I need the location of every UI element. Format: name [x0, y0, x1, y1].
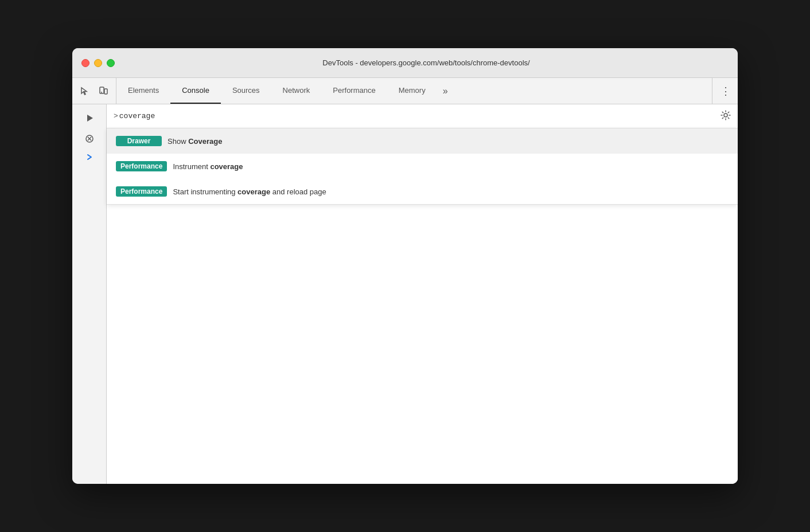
console-settings-button[interactable]	[721, 110, 731, 123]
autocomplete-item-start-instrument-coverage[interactable]: Performance Start instrumenting coverage…	[107, 179, 738, 204]
tab-network[interactable]: Network	[271, 78, 322, 104]
svg-rect-1	[104, 89, 107, 94]
autocomplete-item-show-coverage[interactable]: Drawer Show Coverage	[107, 128, 738, 154]
devtools-window: DevTools - developers.google.com/web/too…	[72, 48, 738, 484]
maximize-button[interactable]	[107, 59, 115, 67]
tab-overflow-button[interactable]: »	[437, 78, 454, 104]
clear-console-button[interactable]	[80, 130, 99, 148]
svg-point-7	[724, 114, 727, 117]
console-input-bar: > coverage	[107, 104, 738, 128]
main-content: > coverage Drawer Show Coverage	[107, 104, 738, 484]
autocomplete-text-2: Instrument coverage	[173, 162, 243, 171]
traffic-lights	[81, 59, 115, 67]
autocomplete-text-1: Show Coverage	[168, 137, 222, 146]
tab-memory[interactable]: Memory	[387, 78, 437, 104]
devtools-body: > coverage Drawer Show Coverage	[72, 104, 738, 484]
tab-performance[interactable]: Performance	[321, 78, 387, 104]
tag-performance-1: Performance	[116, 161, 167, 171]
run-button[interactable]	[80, 109, 99, 127]
console-prompt: >	[114, 112, 118, 120]
title-bar: DevTools - developers.google.com/web/too…	[72, 48, 738, 78]
more-options-button[interactable]: ⋮	[717, 83, 733, 99]
tab-console[interactable]: Console	[170, 78, 221, 104]
svg-marker-3	[87, 115, 93, 122]
devtools-tabs: Elements Console Sources Network Perform…	[116, 78, 712, 104]
close-button[interactable]	[81, 59, 89, 67]
console-input[interactable]: coverage	[119, 112, 731, 120]
window-title: DevTools - developers.google.com/web/too…	[124, 58, 729, 67]
sidebar	[72, 104, 107, 484]
toolbar-right: ⋮	[712, 78, 738, 104]
tab-elements[interactable]: Elements	[116, 78, 170, 104]
autocomplete-item-instrument-coverage[interactable]: Performance Instrument coverage	[107, 154, 738, 179]
minimize-button[interactable]	[94, 59, 102, 67]
autocomplete-text-3: Start instrumenting coverage and reload …	[173, 187, 326, 196]
expand-sidebar-button[interactable]	[85, 152, 94, 162]
tab-sources[interactable]: Sources	[221, 78, 271, 104]
toolbar-left	[72, 78, 116, 104]
devtools-toolbar: Elements Console Sources Network Perform…	[72, 78, 738, 104]
tag-drawer: Drawer	[116, 136, 162, 146]
autocomplete-dropdown: Drawer Show Coverage Performance Instrum…	[107, 128, 738, 205]
tag-performance-2: Performance	[116, 186, 167, 197]
device-toolbar-button[interactable]	[95, 83, 111, 99]
inspect-element-button[interactable]	[77, 83, 93, 99]
